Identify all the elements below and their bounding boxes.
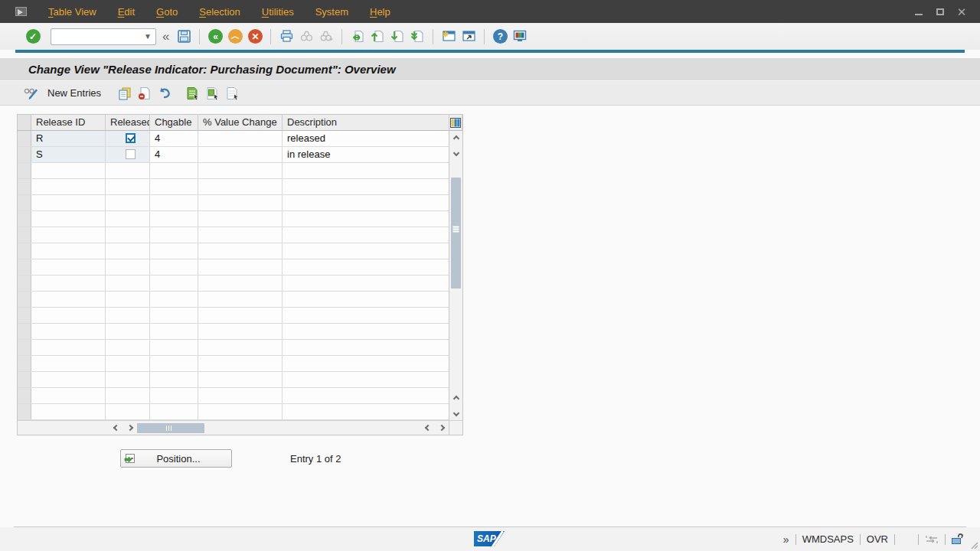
cell-chgable[interactable] <box>150 163 198 178</box>
col-header-release-id[interactable]: Release ID <box>31 115 106 130</box>
resize-grip[interactable] <box>969 540 978 549</box>
cell-release-id[interactable] <box>31 356 106 371</box>
last-page-button[interactable] <box>408 28 426 46</box>
cell-description[interactable] <box>283 292 449 307</box>
cell-description[interactable] <box>283 259 449 275</box>
col-header-description[interactable]: Description <box>283 115 449 130</box>
cell-pct-value-change[interactable] <box>198 163 283 178</box>
cell-description[interactable] <box>283 356 449 371</box>
cell-released[interactable] <box>106 147 150 162</box>
cell-chgable[interactable] <box>150 356 198 371</box>
cell-released[interactable] <box>106 131 150 146</box>
cell-description[interactable] <box>283 372 449 387</box>
cell-description[interactable] <box>283 276 449 291</box>
cell-chgable[interactable]: 4 <box>150 131 198 146</box>
row-selector[interactable] <box>18 211 31 227</box>
cell-chgable[interactable] <box>150 324 198 339</box>
row-selector[interactable] <box>18 195 31 210</box>
scroll-left-button[interactable] <box>109 421 123 435</box>
cell-pct-value-change[interactable] <box>198 276 283 291</box>
menu-item-utilities[interactable]: Utilities <box>251 3 305 21</box>
cell-chgable[interactable] <box>150 227 198 243</box>
cell-description[interactable] <box>283 308 449 323</box>
cell-released[interactable] <box>106 243 150 259</box>
cell-description[interactable] <box>283 243 449 259</box>
cell-released[interactable] <box>106 259 150 275</box>
position-button[interactable]: Position... <box>120 449 232 468</box>
cell-pct-value-change[interactable] <box>198 388 283 403</box>
next-page-button[interactable] <box>388 28 407 46</box>
scroll-right-button[interactable] <box>123 421 137 435</box>
released-checkbox[interactable] <box>126 133 136 143</box>
select-block-button[interactable] <box>203 84 221 103</box>
deselect-all-button[interactable] <box>223 84 241 103</box>
cell-description[interactable] <box>283 324 449 339</box>
cell-pct-value-change[interactable] <box>198 147 283 162</box>
cell-chgable[interactable] <box>150 243 198 259</box>
cell-release-id[interactable] <box>31 292 106 307</box>
menu-item-edit[interactable]: Edit <box>107 3 145 21</box>
cell-released[interactable] <box>106 324 150 339</box>
cell-pct-value-change[interactable] <box>198 372 283 387</box>
cell-released[interactable] <box>106 308 150 323</box>
cell-released[interactable] <box>106 227 150 243</box>
cell-released[interactable] <box>106 372 150 387</box>
row-selector[interactable] <box>18 179 31 194</box>
cell-description[interactable] <box>283 163 449 178</box>
scroll-up-button[interactable] <box>449 131 462 145</box>
first-page-button[interactable] <box>348 28 367 46</box>
cell-pct-value-change[interactable] <box>198 131 283 146</box>
cell-chgable[interactable] <box>150 276 198 291</box>
menu-item-goto[interactable]: Goto <box>145 3 188 21</box>
scroll-up-button-bottom[interactable] <box>449 391 462 406</box>
cell-description[interactable] <box>283 211 449 227</box>
delete-button[interactable] <box>136 84 154 103</box>
row-selector[interactable] <box>18 276 31 291</box>
cell-release-id[interactable] <box>31 195 106 210</box>
find-next-button[interactable] <box>317 28 335 46</box>
cell-description[interactable] <box>283 388 449 403</box>
cell-description[interactable]: in release <box>283 147 449 162</box>
released-checkbox[interactable] <box>126 149 136 159</box>
row-selector[interactable] <box>18 404 31 419</box>
cell-pct-value-change[interactable] <box>198 324 283 339</box>
cell-release-id[interactable] <box>31 227 106 243</box>
cell-chgable[interactable] <box>150 195 198 210</box>
cell-description[interactable]: released <box>283 131 449 146</box>
cell-released[interactable] <box>106 195 150 210</box>
menu-item-help[interactable]: Help <box>359 3 401 21</box>
insert-mode-indicator[interactable]: OVR <box>867 533 888 545</box>
cell-released[interactable] <box>106 340 150 355</box>
cell-description[interactable] <box>283 227 449 243</box>
close-button[interactable]: ✕ <box>951 0 972 23</box>
session-icon[interactable] <box>15 7 27 16</box>
row-selector[interactable] <box>18 324 31 339</box>
col-header-chgable[interactable]: Chgable <box>150 115 198 130</box>
save-button[interactable] <box>175 28 193 46</box>
scroll-right-button-right[interactable] <box>435 421 449 435</box>
cell-description[interactable] <box>283 195 449 210</box>
copy-as-button[interactable] <box>116 84 134 103</box>
cell-pct-value-change[interactable] <box>198 227 283 243</box>
cell-chgable[interactable] <box>150 292 198 307</box>
cell-release-id[interactable]: S <box>31 147 106 162</box>
cell-release-id[interactable]: R <box>31 131 106 146</box>
cell-release-id[interactable] <box>31 259 106 275</box>
system-name[interactable]: WMDSAPS <box>802 533 854 545</box>
cell-pct-value-change[interactable] <box>198 179 283 194</box>
row-selector[interactable] <box>18 308 31 323</box>
cell-chgable[interactable] <box>150 340 198 355</box>
status-overflow-button[interactable]: » <box>783 533 789 546</box>
row-selector[interactable] <box>18 259 31 275</box>
cell-pct-value-change[interactable] <box>198 195 283 210</box>
menu-item-table-view[interactable]: Table View <box>38 3 107 21</box>
cell-released[interactable] <box>106 211 150 227</box>
cell-description[interactable] <box>283 340 449 355</box>
cell-pct-value-change[interactable] <box>198 259 283 275</box>
help-button[interactable]: ? <box>491 28 509 46</box>
cell-release-id[interactable] <box>31 308 106 323</box>
row-selector[interactable] <box>18 372 31 387</box>
previous-page-button[interactable] <box>368 28 387 46</box>
row-selector[interactable] <box>18 340 31 355</box>
horizontal-scrollbar[interactable] <box>18 420 449 435</box>
